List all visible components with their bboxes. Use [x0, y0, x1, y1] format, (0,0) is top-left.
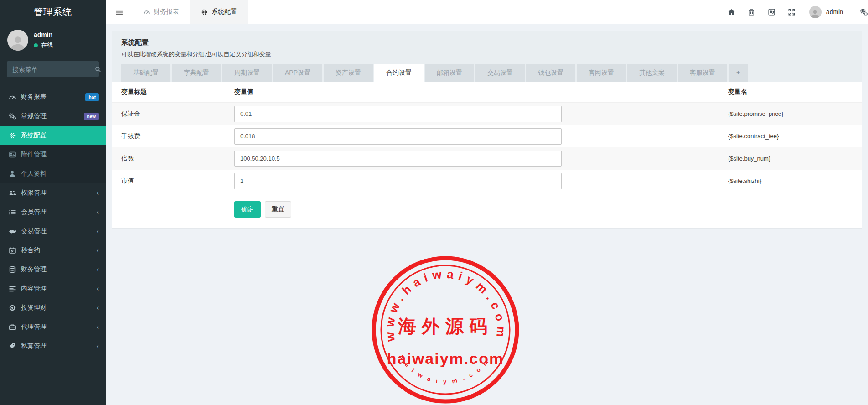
sidebar-item-agents[interactable]: 代理管理 ‹	[0, 317, 106, 337]
sidebar-item-finance-report[interactable]: 财务报表 hot	[0, 88, 106, 107]
sidebar-search[interactable]	[7, 61, 99, 77]
chevron-left-icon: ‹	[97, 247, 99, 254]
tab-dictionary-config[interactable]: 字典配置	[172, 64, 221, 82]
tab-email-settings[interactable]: 邮箱设置	[425, 64, 474, 82]
table-header: 变量标题 变量值 变量名	[112, 82, 862, 103]
gear-icon	[201, 9, 208, 16]
hot-badge: hot	[85, 93, 99, 101]
fullscreen-icon[interactable]	[782, 8, 802, 16]
sidebar-menu: 财务报表 hot 常规管理 new 系统配置 附件管理 个人资料 权限管理 ‹ …	[0, 83, 106, 356]
card-footer: 确定 重置	[112, 194, 862, 228]
config-tabs: 基础配置 字典配置 周期设置 APP设置 资产设置 合约设置 邮箱设置 交易设置…	[121, 64, 852, 82]
var-name: {$site.buy_num}	[728, 155, 852, 162]
sidebar-item-finance-admin[interactable]: 财务管理 ‹	[0, 260, 106, 279]
navbar-user-name[interactable]: admin	[826, 8, 843, 16]
chevron-left-icon: ‹	[97, 266, 99, 273]
gauge-icon	[8, 93, 16, 101]
tab-support-settings[interactable]: 客服设置	[678, 64, 727, 82]
tab-wallet-settings[interactable]: 钱包设置	[526, 64, 575, 82]
var-title: 市值	[121, 177, 234, 185]
trash-icon[interactable]	[742, 8, 762, 16]
tags-icon	[8, 343, 16, 350]
briefcase-icon	[8, 323, 16, 331]
avatar[interactable]	[809, 6, 822, 18]
gauge-icon	[143, 9, 150, 16]
user-icon	[8, 170, 16, 178]
confirm-button[interactable]: 确定	[234, 201, 261, 218]
table-row: 手续费 {$site.contract_fee}	[112, 125, 862, 147]
sidebar-item-profile[interactable]: 个人资料	[0, 164, 106, 183]
tab-trade-settings[interactable]: 交易设置	[475, 64, 525, 82]
list-icon	[8, 208, 16, 216]
chevron-left-icon: ‹	[97, 343, 99, 350]
sidebar-item-permissions[interactable]: 权限管理 ‹	[0, 183, 106, 202]
navbar-right: admin	[722, 0, 868, 24]
chevron-left-icon: ‹	[97, 208, 99, 216]
users-icon	[8, 189, 16, 197]
var-name: {$site.promise_price}	[728, 110, 852, 117]
tab-period-settings[interactable]: 周期设置	[222, 64, 272, 82]
contract-fee-input[interactable]	[234, 128, 562, 145]
var-name: {$site.shizhi}	[728, 177, 852, 184]
sidebar-item-system-config[interactable]: 系统配置	[0, 126, 106, 145]
sidebar-item-general-admin[interactable]: 常规管理 new	[0, 107, 106, 126]
chevron-left-icon: ‹	[97, 228, 99, 235]
search-icon[interactable]	[95, 66, 101, 73]
calendar-icon	[8, 247, 16, 254]
chevron-left-icon: ‹	[97, 189, 99, 197]
translate-icon[interactable]	[762, 8, 782, 16]
system-config-card: 系统配置 可以在此增改系统的变量和分组,也可以自定义分组和变量 基础配置 字典配…	[112, 31, 862, 228]
new-badge: new	[84, 113, 99, 120]
col-header-var-value: 变量值	[234, 88, 728, 96]
sidebar-toggle-button[interactable]	[106, 0, 132, 24]
user-status-label: 在线	[41, 41, 53, 49]
tab-website-settings[interactable]: 官网设置	[577, 64, 626, 82]
sidebar-item-private-fund[interactable]: 私募管理 ‹	[0, 337, 106, 356]
tab-basic-config[interactable]: 基础配置	[121, 64, 170, 82]
page-title: 系统配置	[121, 38, 852, 47]
chevron-left-icon: ‹	[97, 285, 99, 292]
table-row: 倍数 {$site.buy_num}	[112, 147, 862, 170]
sidebar-item-trading[interactable]: 交易管理 ‹	[0, 222, 106, 241]
navbar-tab-finance-report[interactable]: 财务报表	[132, 0, 190, 24]
top-navbar: 财务报表 系统配置 admin	[106, 0, 868, 24]
tab-asset-settings[interactable]: 资产设置	[324, 64, 373, 82]
align-left-icon	[8, 285, 16, 293]
add-tab-button[interactable]: +	[728, 64, 748, 82]
navbar-tab-system-config[interactable]: 系统配置	[190, 0, 248, 24]
buy-num-input[interactable]	[234, 151, 562, 167]
user-panel: admin 在线	[0, 24, 106, 55]
home-icon[interactable]	[722, 8, 742, 16]
shizhi-input[interactable]	[234, 173, 562, 189]
settings-gears-icon[interactable]	[853, 8, 868, 16]
reset-button[interactable]: 重置	[265, 201, 291, 218]
var-name: {$site.contract_fee}	[728, 133, 852, 140]
sidebar-item-investment[interactable]: 投资理财 ‹	[0, 298, 106, 317]
search-input[interactable]	[12, 66, 95, 73]
cogs-icon	[8, 113, 16, 120]
tab-contract-settings[interactable]: 合约设置	[374, 64, 424, 82]
table-row: 保证金 {$site.promise_price}	[112, 103, 862, 125]
tab-other-copy[interactable]: 其他文案	[627, 64, 677, 82]
chevron-left-icon: ‹	[97, 323, 99, 331]
var-title: 倍数	[121, 155, 234, 163]
chevron-left-icon: ‹	[97, 304, 99, 312]
promise-price-input[interactable]	[234, 106, 562, 122]
handshake-icon	[8, 228, 16, 235]
database-icon	[8, 266, 16, 274]
sidebar-item-second-contract[interactable]: 秒合约 ‹	[0, 241, 106, 260]
sidebar-item-content[interactable]: 内容管理 ‹	[0, 279, 106, 298]
var-title: 手续费	[121, 132, 234, 140]
col-header-var-name: 变量名	[728, 88, 852, 96]
table-row: 市值 {$site.shizhi}	[112, 170, 862, 192]
dot-circle-icon	[8, 304, 16, 312]
tab-app-settings[interactable]: APP设置	[273, 64, 322, 82]
app-title: 管理系统	[0, 0, 106, 24]
page-subtitle: 可以在此增改系统的变量和分组,也可以自定义分组和变量	[121, 50, 852, 58]
card-header: 系统配置 可以在此增改系统的变量和分组,也可以自定义分组和变量 基础配置 字典配…	[112, 31, 862, 82]
gear-icon	[8, 132, 16, 140]
sidebar-item-attachments[interactable]: 附件管理	[0, 145, 106, 164]
var-title: 保证金	[121, 110, 234, 118]
online-status-dot	[34, 43, 38, 47]
sidebar-item-members[interactable]: 会员管理 ‹	[0, 202, 106, 222]
